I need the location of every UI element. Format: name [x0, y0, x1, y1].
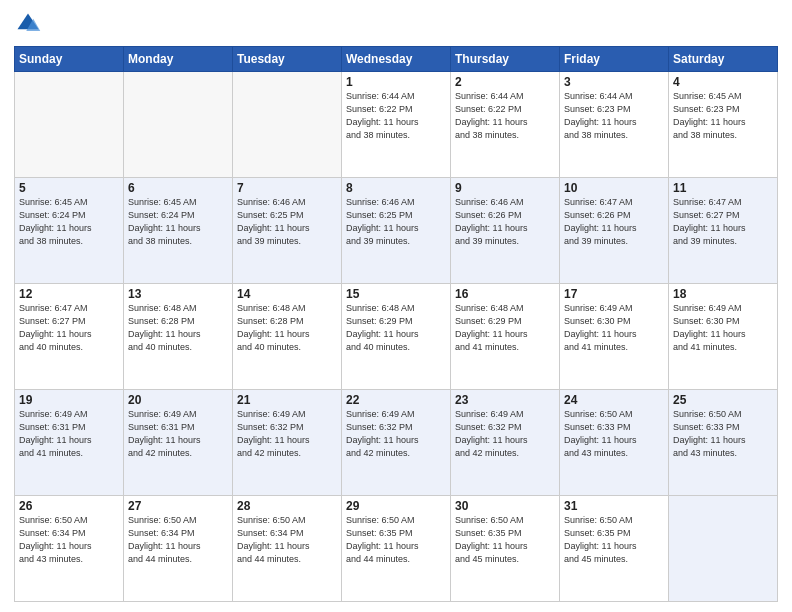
day-info: Sunrise: 6:50 AMSunset: 6:34 PMDaylight:…: [19, 514, 119, 566]
calendar-cell: 3Sunrise: 6:44 AMSunset: 6:23 PMDaylight…: [560, 72, 669, 178]
calendar-cell: 27Sunrise: 6:50 AMSunset: 6:34 PMDayligh…: [124, 496, 233, 602]
day-info: Sunrise: 6:48 AMSunset: 6:28 PMDaylight:…: [128, 302, 228, 354]
calendar-cell: 26Sunrise: 6:50 AMSunset: 6:34 PMDayligh…: [15, 496, 124, 602]
calendar-cell: 28Sunrise: 6:50 AMSunset: 6:34 PMDayligh…: [233, 496, 342, 602]
calendar-cell: 18Sunrise: 6:49 AMSunset: 6:30 PMDayligh…: [669, 284, 778, 390]
day-number: 9: [455, 181, 555, 195]
day-number: 18: [673, 287, 773, 301]
calendar-cell: [15, 72, 124, 178]
calendar-cell: [669, 496, 778, 602]
day-number: 24: [564, 393, 664, 407]
calendar-cell: 9Sunrise: 6:46 AMSunset: 6:26 PMDaylight…: [451, 178, 560, 284]
page: SundayMondayTuesdayWednesdayThursdayFrid…: [0, 0, 792, 612]
calendar-cell: 25Sunrise: 6:50 AMSunset: 6:33 PMDayligh…: [669, 390, 778, 496]
day-info: Sunrise: 6:50 AMSunset: 6:33 PMDaylight:…: [673, 408, 773, 460]
day-info: Sunrise: 6:50 AMSunset: 6:33 PMDaylight:…: [564, 408, 664, 460]
day-info: Sunrise: 6:48 AMSunset: 6:28 PMDaylight:…: [237, 302, 337, 354]
day-info: Sunrise: 6:46 AMSunset: 6:25 PMDaylight:…: [346, 196, 446, 248]
calendar-week-1: 1Sunrise: 6:44 AMSunset: 6:22 PMDaylight…: [15, 72, 778, 178]
calendar-cell: 24Sunrise: 6:50 AMSunset: 6:33 PMDayligh…: [560, 390, 669, 496]
day-info: Sunrise: 6:48 AMSunset: 6:29 PMDaylight:…: [455, 302, 555, 354]
calendar-cell: 31Sunrise: 6:50 AMSunset: 6:35 PMDayligh…: [560, 496, 669, 602]
day-info: Sunrise: 6:45 AMSunset: 6:24 PMDaylight:…: [19, 196, 119, 248]
day-info: Sunrise: 6:49 AMSunset: 6:30 PMDaylight:…: [564, 302, 664, 354]
day-number: 7: [237, 181, 337, 195]
calendar-cell: 21Sunrise: 6:49 AMSunset: 6:32 PMDayligh…: [233, 390, 342, 496]
calendar-header-monday: Monday: [124, 47, 233, 72]
day-info: Sunrise: 6:44 AMSunset: 6:22 PMDaylight:…: [455, 90, 555, 142]
calendar-cell: 12Sunrise: 6:47 AMSunset: 6:27 PMDayligh…: [15, 284, 124, 390]
calendar-week-5: 26Sunrise: 6:50 AMSunset: 6:34 PMDayligh…: [15, 496, 778, 602]
calendar-cell: [233, 72, 342, 178]
calendar-table: SundayMondayTuesdayWednesdayThursdayFrid…: [14, 46, 778, 602]
day-info: Sunrise: 6:45 AMSunset: 6:23 PMDaylight:…: [673, 90, 773, 142]
day-info: Sunrise: 6:46 AMSunset: 6:26 PMDaylight:…: [455, 196, 555, 248]
day-info: Sunrise: 6:50 AMSunset: 6:35 PMDaylight:…: [346, 514, 446, 566]
day-info: Sunrise: 6:49 AMSunset: 6:31 PMDaylight:…: [128, 408, 228, 460]
day-number: 29: [346, 499, 446, 513]
calendar-cell: 17Sunrise: 6:49 AMSunset: 6:30 PMDayligh…: [560, 284, 669, 390]
calendar-cell: 10Sunrise: 6:47 AMSunset: 6:26 PMDayligh…: [560, 178, 669, 284]
calendar-cell: 30Sunrise: 6:50 AMSunset: 6:35 PMDayligh…: [451, 496, 560, 602]
day-info: Sunrise: 6:50 AMSunset: 6:34 PMDaylight:…: [237, 514, 337, 566]
day-info: Sunrise: 6:49 AMSunset: 6:30 PMDaylight:…: [673, 302, 773, 354]
calendar-cell: 11Sunrise: 6:47 AMSunset: 6:27 PMDayligh…: [669, 178, 778, 284]
day-number: 5: [19, 181, 119, 195]
day-number: 27: [128, 499, 228, 513]
day-info: Sunrise: 6:46 AMSunset: 6:25 PMDaylight:…: [237, 196, 337, 248]
calendar-cell: [124, 72, 233, 178]
calendar-header-thursday: Thursday: [451, 47, 560, 72]
day-info: Sunrise: 6:45 AMSunset: 6:24 PMDaylight:…: [128, 196, 228, 248]
calendar-cell: 14Sunrise: 6:48 AMSunset: 6:28 PMDayligh…: [233, 284, 342, 390]
day-number: 4: [673, 75, 773, 89]
calendar-cell: 20Sunrise: 6:49 AMSunset: 6:31 PMDayligh…: [124, 390, 233, 496]
calendar-cell: 13Sunrise: 6:48 AMSunset: 6:28 PMDayligh…: [124, 284, 233, 390]
day-info: Sunrise: 6:44 AMSunset: 6:23 PMDaylight:…: [564, 90, 664, 142]
day-info: Sunrise: 6:50 AMSunset: 6:34 PMDaylight:…: [128, 514, 228, 566]
calendar-header-saturday: Saturday: [669, 47, 778, 72]
day-number: 22: [346, 393, 446, 407]
calendar-cell: 7Sunrise: 6:46 AMSunset: 6:25 PMDaylight…: [233, 178, 342, 284]
day-info: Sunrise: 6:44 AMSunset: 6:22 PMDaylight:…: [346, 90, 446, 142]
calendar-cell: 29Sunrise: 6:50 AMSunset: 6:35 PMDayligh…: [342, 496, 451, 602]
calendar-header-wednesday: Wednesday: [342, 47, 451, 72]
day-number: 13: [128, 287, 228, 301]
day-number: 17: [564, 287, 664, 301]
day-info: Sunrise: 6:47 AMSunset: 6:27 PMDaylight:…: [19, 302, 119, 354]
day-number: 31: [564, 499, 664, 513]
header: [14, 10, 778, 38]
calendar-cell: 15Sunrise: 6:48 AMSunset: 6:29 PMDayligh…: [342, 284, 451, 390]
day-number: 30: [455, 499, 555, 513]
calendar-header-tuesday: Tuesday: [233, 47, 342, 72]
calendar-cell: 22Sunrise: 6:49 AMSunset: 6:32 PMDayligh…: [342, 390, 451, 496]
calendar-header-sunday: Sunday: [15, 47, 124, 72]
calendar-cell: 23Sunrise: 6:49 AMSunset: 6:32 PMDayligh…: [451, 390, 560, 496]
day-number: 19: [19, 393, 119, 407]
day-number: 15: [346, 287, 446, 301]
calendar-cell: 5Sunrise: 6:45 AMSunset: 6:24 PMDaylight…: [15, 178, 124, 284]
day-info: Sunrise: 6:47 AMSunset: 6:27 PMDaylight:…: [673, 196, 773, 248]
day-info: Sunrise: 6:49 AMSunset: 6:32 PMDaylight:…: [455, 408, 555, 460]
calendar-cell: 16Sunrise: 6:48 AMSunset: 6:29 PMDayligh…: [451, 284, 560, 390]
day-info: Sunrise: 6:50 AMSunset: 6:35 PMDaylight:…: [564, 514, 664, 566]
day-number: 21: [237, 393, 337, 407]
day-info: Sunrise: 6:49 AMSunset: 6:31 PMDaylight:…: [19, 408, 119, 460]
day-number: 26: [19, 499, 119, 513]
calendar-cell: 6Sunrise: 6:45 AMSunset: 6:24 PMDaylight…: [124, 178, 233, 284]
calendar-cell: 4Sunrise: 6:45 AMSunset: 6:23 PMDaylight…: [669, 72, 778, 178]
day-number: 14: [237, 287, 337, 301]
day-info: Sunrise: 6:48 AMSunset: 6:29 PMDaylight:…: [346, 302, 446, 354]
day-number: 16: [455, 287, 555, 301]
day-number: 25: [673, 393, 773, 407]
day-number: 2: [455, 75, 555, 89]
calendar-header-row: SundayMondayTuesdayWednesdayThursdayFrid…: [15, 47, 778, 72]
day-info: Sunrise: 6:49 AMSunset: 6:32 PMDaylight:…: [346, 408, 446, 460]
calendar-cell: 1Sunrise: 6:44 AMSunset: 6:22 PMDaylight…: [342, 72, 451, 178]
calendar-week-2: 5Sunrise: 6:45 AMSunset: 6:24 PMDaylight…: [15, 178, 778, 284]
calendar-week-4: 19Sunrise: 6:49 AMSunset: 6:31 PMDayligh…: [15, 390, 778, 496]
day-number: 3: [564, 75, 664, 89]
day-number: 28: [237, 499, 337, 513]
day-number: 20: [128, 393, 228, 407]
day-info: Sunrise: 6:47 AMSunset: 6:26 PMDaylight:…: [564, 196, 664, 248]
calendar-week-3: 12Sunrise: 6:47 AMSunset: 6:27 PMDayligh…: [15, 284, 778, 390]
